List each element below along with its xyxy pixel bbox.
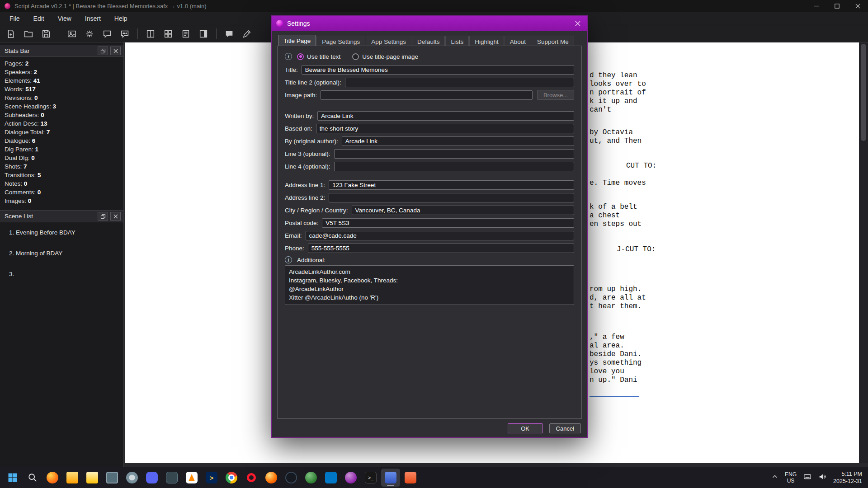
stat-elements: Elements: 41 [0, 76, 123, 85]
stat-dlg-paren: Dlg Paren: 1 [0, 145, 123, 154]
close-panel-icon[interactable] [110, 47, 121, 55]
phone-input[interactable] [308, 244, 574, 253]
dialog-close-icon[interactable] [568, 16, 587, 31]
scene-item-2[interactable]: 2. Morning of BDAY [0, 249, 123, 258]
discord-icon[interactable] [142, 469, 161, 487]
image-path-input[interactable] [321, 90, 533, 100]
green-app-icon[interactable] [302, 469, 321, 487]
tray-chevron-icon[interactable] [772, 474, 778, 482]
close-icon[interactable] [847, 0, 868, 12]
minimize-icon[interactable] [806, 0, 826, 12]
taskbar: ENG US 5:11 PM 2025-12-31 [0, 467, 868, 488]
float-panel-icon[interactable] [98, 212, 108, 221]
screenplay-text-line: looks over to [590, 80, 646, 88]
folder-icon[interactable] [83, 469, 102, 487]
use-title-image-radio[interactable] [352, 53, 359, 60]
stat-comments: Comments: 0 [0, 188, 123, 197]
save-icon[interactable] [40, 28, 52, 40]
title-input[interactable] [302, 65, 574, 75]
purple-app-icon[interactable] [341, 469, 360, 487]
float-panel-icon[interactable] [98, 47, 108, 55]
address1-input[interactable] [329, 180, 574, 190]
line3-input[interactable] [334, 149, 574, 159]
new-document-icon[interactable] [5, 28, 17, 40]
use-title-text-radio[interactable] [297, 53, 304, 60]
postal-row: Postal code: [285, 216, 574, 229]
vscode-icon[interactable] [321, 469, 340, 487]
postal-input[interactable] [322, 218, 574, 228]
stat-dialogue: Dialogue: 6 [0, 136, 123, 145]
open-folder-icon[interactable] [22, 28, 35, 40]
firefox-icon[interactable] [43, 469, 62, 487]
edit-pencil-icon[interactable] [241, 28, 253, 40]
screenplay-text-line: by Octavia [590, 128, 633, 136]
file-explorer-icon[interactable] [63, 469, 82, 487]
based-on-input[interactable] [316, 124, 574, 133]
terminal-icon[interactable] [361, 469, 380, 487]
menu-insert[interactable]: Insert [78, 13, 108, 24]
cancel-button[interactable]: Cancel [549, 423, 581, 433]
scrollbar-thumb[interactable] [861, 44, 866, 141]
opera-icon[interactable] [242, 469, 261, 487]
settings-gear-icon[interactable] [83, 28, 96, 40]
title-line2-label: Title line 2 (optional): [285, 79, 341, 86]
scene-item-3[interactable]: 3. [0, 270, 123, 279]
screenplay-text-line: e. Time moves [590, 179, 646, 187]
menu-help[interactable]: Help [108, 13, 134, 24]
calculator-icon[interactable] [162, 469, 181, 487]
line4-input[interactable] [334, 162, 574, 171]
scene-list: 1. Evening Before BDAY 2. Morning of BDA… [0, 228, 123, 291]
line3-row: Line 3 (optional): [285, 147, 574, 160]
title-line2-input[interactable] [345, 78, 574, 87]
address2-row: Address line 2: [285, 191, 574, 204]
stats-panel-header: Stats Bar [0, 45, 123, 57]
language-indicator[interactable]: ENG US [785, 471, 797, 484]
city-input[interactable] [352, 206, 574, 215]
left-dock: Stats Bar Pages: 2 Speakers: 2 Elements:… [0, 42, 124, 467]
additional-textarea[interactable]: ArcadeLinkAuthor.com Instagram, Bluesky,… [285, 265, 574, 305]
split-view-icon[interactable] [144, 28, 157, 40]
grid-view-icon[interactable] [162, 28, 175, 40]
chrome-icon[interactable] [222, 469, 241, 487]
script-arcade-icon[interactable] [381, 469, 400, 487]
email-input[interactable] [306, 231, 574, 240]
maximize-icon[interactable] [826, 0, 847, 12]
scene-item-1[interactable]: 1. Evening Before BDAY [0, 228, 123, 237]
note-bubble-icon[interactable] [223, 28, 236, 40]
touch-keyboard-icon[interactable] [803, 473, 811, 483]
search-icon[interactable] [23, 469, 42, 487]
image-icon[interactable] [66, 28, 78, 40]
menu-file[interactable]: File [3, 13, 27, 24]
speaker-icon[interactable] [818, 473, 826, 483]
ok-button[interactable]: OK [508, 423, 543, 433]
title-page-icon[interactable] [179, 28, 192, 40]
orange-app-icon[interactable] [401, 469, 420, 487]
powershell-icon[interactable] [202, 469, 221, 487]
vlc-icon[interactable] [182, 469, 201, 487]
steam-icon[interactable] [282, 469, 301, 487]
line4-label: Line 4 (optional): [285, 163, 330, 170]
stat-action-desc: Action Desc: 13 [0, 119, 123, 128]
stats-list: Pages: 2 Speakers: 2 Elements: 41 Words:… [0, 59, 123, 205]
written-by-label: Written by: [285, 113, 314, 119]
menu-view[interactable]: View [51, 13, 78, 24]
side-panel-icon[interactable] [197, 28, 210, 40]
clock[interactable]: 5:11 PM 2025-12-31 [833, 470, 862, 485]
screenplay-text-line: k it up and [590, 97, 637, 105]
additional-label: Additional: [297, 257, 326, 263]
menu-edit[interactable]: Edit [27, 13, 51, 24]
display-icon[interactable] [103, 469, 122, 487]
comment-bubble-icon[interactable] [101, 28, 113, 40]
close-panel-icon[interactable] [110, 212, 121, 221]
original-author-input[interactable] [342, 136, 574, 146]
phone-row: Phone: [285, 242, 574, 254]
address1-row: Address line 1: [285, 178, 574, 191]
address2-input[interactable] [329, 193, 574, 202]
vertical-scrollbar[interactable] [859, 42, 868, 463]
written-by-input[interactable] [317, 111, 574, 121]
image-path-row: Image path: Browse... [285, 89, 574, 101]
settings-gear-icon[interactable] [123, 469, 142, 487]
dialogue-bubble-icon[interactable] [118, 28, 131, 40]
firefox-developer-icon[interactable] [262, 469, 281, 487]
start-icon[interactable] [3, 469, 22, 487]
